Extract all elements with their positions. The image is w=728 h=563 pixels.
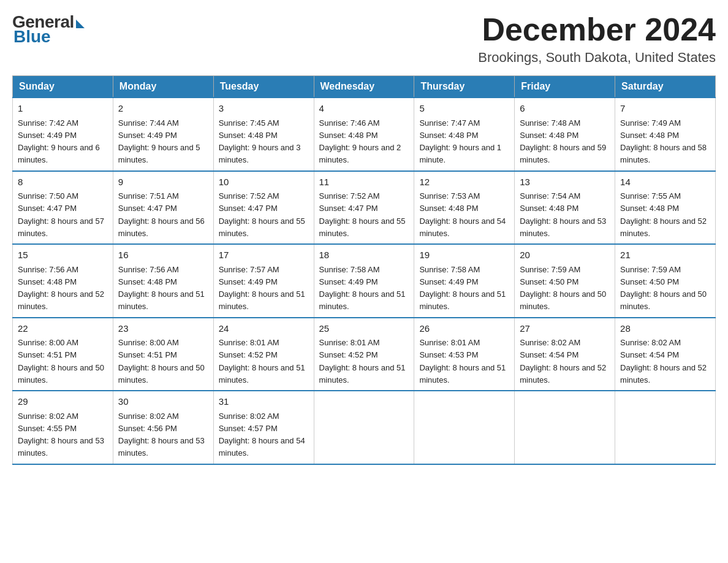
table-row: 11Sunrise: 7:52 AMSunset: 4:47 PMDayligh… — [314, 171, 414, 245]
table-row: 20Sunrise: 7:59 AMSunset: 4:50 PMDayligh… — [515, 244, 615, 318]
table-row: 9Sunrise: 7:51 AMSunset: 4:47 PMDaylight… — [113, 171, 213, 245]
table-row: 27Sunrise: 8:02 AMSunset: 4:54 PMDayligh… — [515, 318, 615, 391]
day-info: Sunrise: 7:51 AMSunset: 4:47 PMDaylight:… — [118, 191, 205, 238]
table-row: 24Sunrise: 8:01 AMSunset: 4:52 PMDayligh… — [213, 318, 314, 391]
day-number: 14 — [620, 175, 710, 190]
day-number: 24 — [219, 322, 309, 336]
location-title: Brookings, South Dakota, United States — [478, 50, 716, 66]
day-info: Sunrise: 7:57 AMSunset: 4:49 PMDaylight:… — [219, 265, 305, 312]
day-info: Sunrise: 7:55 AMSunset: 4:48 PMDaylight:… — [620, 191, 707, 238]
day-info: Sunrise: 8:01 AMSunset: 4:52 PMDaylight:… — [219, 338, 305, 385]
day-number: 22 — [18, 322, 108, 336]
logo-triangle-icon — [76, 20, 85, 28]
day-number: 9 — [118, 175, 208, 190]
day-info: Sunrise: 8:01 AMSunset: 4:53 PMDaylight:… — [419, 338, 506, 385]
table-row: 23Sunrise: 8:00 AMSunset: 4:51 PMDayligh… — [113, 318, 213, 391]
table-row: 18Sunrise: 7:58 AMSunset: 4:49 PMDayligh… — [314, 244, 414, 318]
day-info: Sunrise: 7:42 AMSunset: 4:49 PMDaylight:… — [18, 118, 100, 165]
table-row: 15Sunrise: 7:56 AMSunset: 4:48 PMDayligh… — [13, 244, 113, 318]
day-info: Sunrise: 7:45 AMSunset: 4:48 PMDaylight:… — [219, 118, 301, 165]
table-row: 30Sunrise: 8:02 AMSunset: 4:56 PMDayligh… — [113, 391, 213, 464]
day-number: 2 — [118, 102, 208, 116]
day-info: Sunrise: 8:00 AMSunset: 4:51 PMDaylight:… — [118, 338, 205, 385]
table-row: 28Sunrise: 8:02 AMSunset: 4:54 PMDayligh… — [615, 318, 716, 391]
day-info: Sunrise: 7:46 AMSunset: 4:48 PMDaylight:… — [319, 118, 401, 165]
day-number: 29 — [18, 395, 108, 409]
day-number: 18 — [319, 248, 409, 262]
header-wednesday: Wednesday — [314, 76, 414, 98]
logo-blue-text: Blue — [13, 27, 51, 47]
day-info: Sunrise: 7:58 AMSunset: 4:49 PMDaylight:… — [419, 265, 506, 312]
day-info: Sunrise: 7:49 AMSunset: 4:48 PMDaylight:… — [620, 118, 707, 165]
day-number: 16 — [118, 248, 208, 262]
header-thursday: Thursday — [414, 76, 515, 98]
table-row: 16Sunrise: 7:56 AMSunset: 4:48 PMDayligh… — [113, 244, 213, 318]
day-info: Sunrise: 7:56 AMSunset: 4:48 PMDaylight:… — [118, 265, 205, 312]
table-row: 13Sunrise: 7:54 AMSunset: 4:48 PMDayligh… — [515, 171, 615, 245]
day-info: Sunrise: 8:00 AMSunset: 4:51 PMDaylight:… — [18, 338, 104, 385]
table-row: 19Sunrise: 7:58 AMSunset: 4:49 PMDayligh… — [414, 244, 515, 318]
table-row: 14Sunrise: 7:55 AMSunset: 4:48 PMDayligh… — [615, 171, 716, 245]
table-row: 21Sunrise: 7:59 AMSunset: 4:50 PMDayligh… — [615, 244, 716, 318]
month-title: December 2024 — [478, 12, 716, 47]
day-number: 23 — [118, 322, 208, 336]
table-row: 3Sunrise: 7:45 AMSunset: 4:48 PMDaylight… — [213, 98, 314, 171]
header-friday: Friday — [515, 76, 615, 98]
day-number: 6 — [520, 102, 610, 116]
table-row: 1Sunrise: 7:42 AMSunset: 4:49 PMDaylight… — [13, 98, 113, 171]
day-number: 13 — [520, 175, 610, 190]
table-row — [515, 391, 615, 464]
day-number: 26 — [419, 322, 509, 336]
day-info: Sunrise: 8:02 AMSunset: 4:54 PMDaylight:… — [520, 338, 606, 385]
table-row — [414, 391, 515, 464]
day-info: Sunrise: 8:02 AMSunset: 4:55 PMDaylight:… — [18, 412, 104, 458]
table-row: 4Sunrise: 7:46 AMSunset: 4:48 PMDaylight… — [314, 98, 414, 171]
day-number: 25 — [319, 322, 409, 336]
header-monday: Monday — [113, 76, 213, 98]
table-row: 12Sunrise: 7:53 AMSunset: 4:48 PMDayligh… — [414, 171, 515, 245]
table-row: 25Sunrise: 8:01 AMSunset: 4:52 PMDayligh… — [314, 318, 414, 391]
day-info: Sunrise: 8:01 AMSunset: 4:52 PMDaylight:… — [319, 338, 406, 385]
day-info: Sunrise: 7:56 AMSunset: 4:48 PMDaylight:… — [18, 265, 104, 312]
day-number: 21 — [620, 248, 710, 262]
calendar-week-row: 22Sunrise: 8:00 AMSunset: 4:51 PMDayligh… — [13, 318, 716, 391]
logo: General Blue — [12, 12, 85, 47]
day-number: 12 — [419, 175, 509, 190]
day-info: Sunrise: 7:44 AMSunset: 4:49 PMDaylight:… — [118, 118, 200, 165]
day-info: Sunrise: 8:02 AMSunset: 4:56 PMDaylight:… — [118, 412, 205, 458]
day-info: Sunrise: 7:52 AMSunset: 4:47 PMDaylight:… — [219, 191, 305, 238]
day-info: Sunrise: 7:54 AMSunset: 4:48 PMDaylight:… — [520, 191, 606, 238]
calendar-week-row: 1Sunrise: 7:42 AMSunset: 4:49 PMDaylight… — [13, 98, 716, 171]
table-row: 26Sunrise: 8:01 AMSunset: 4:53 PMDayligh… — [414, 318, 515, 391]
table-row: 8Sunrise: 7:50 AMSunset: 4:47 PMDaylight… — [13, 171, 113, 245]
day-info: Sunrise: 7:58 AMSunset: 4:49 PMDaylight:… — [319, 265, 406, 312]
table-row — [314, 391, 414, 464]
day-number: 10 — [219, 175, 309, 190]
day-info: Sunrise: 7:59 AMSunset: 4:50 PMDaylight:… — [620, 265, 707, 312]
calendar-week-row: 15Sunrise: 7:56 AMSunset: 4:48 PMDayligh… — [13, 244, 716, 318]
day-number: 7 — [620, 102, 710, 116]
day-number: 5 — [419, 102, 509, 116]
page-header: General Blue December 2024 Brookings, So… — [12, 12, 716, 66]
day-number: 1 — [18, 102, 108, 116]
calendar-table: Sunday Monday Tuesday Wednesday Thursday… — [12, 75, 716, 465]
day-number: 20 — [520, 248, 610, 262]
header-tuesday: Tuesday — [213, 76, 314, 98]
day-info: Sunrise: 7:59 AMSunset: 4:50 PMDaylight:… — [520, 265, 606, 312]
day-number: 15 — [18, 248, 108, 262]
day-number: 27 — [520, 322, 610, 336]
title-area: December 2024 Brookings, South Dakota, U… — [478, 12, 716, 66]
header-saturday: Saturday — [615, 76, 716, 98]
table-row: 6Sunrise: 7:48 AMSunset: 4:48 PMDaylight… — [515, 98, 615, 171]
day-number: 31 — [219, 395, 309, 409]
day-info: Sunrise: 7:52 AMSunset: 4:47 PMDaylight:… — [319, 191, 406, 238]
header-sunday: Sunday — [13, 76, 113, 98]
day-info: Sunrise: 8:02 AMSunset: 4:57 PMDaylight:… — [219, 412, 305, 458]
table-row: 22Sunrise: 8:00 AMSunset: 4:51 PMDayligh… — [13, 318, 113, 391]
day-info: Sunrise: 7:48 AMSunset: 4:48 PMDaylight:… — [520, 118, 606, 165]
table-row: 10Sunrise: 7:52 AMSunset: 4:47 PMDayligh… — [213, 171, 314, 245]
day-number: 4 — [319, 102, 409, 116]
calendar-week-row: 29Sunrise: 8:02 AMSunset: 4:55 PMDayligh… — [13, 391, 716, 464]
table-row: 7Sunrise: 7:49 AMSunset: 4:48 PMDaylight… — [615, 98, 716, 171]
day-info: Sunrise: 7:50 AMSunset: 4:47 PMDaylight:… — [18, 191, 104, 238]
